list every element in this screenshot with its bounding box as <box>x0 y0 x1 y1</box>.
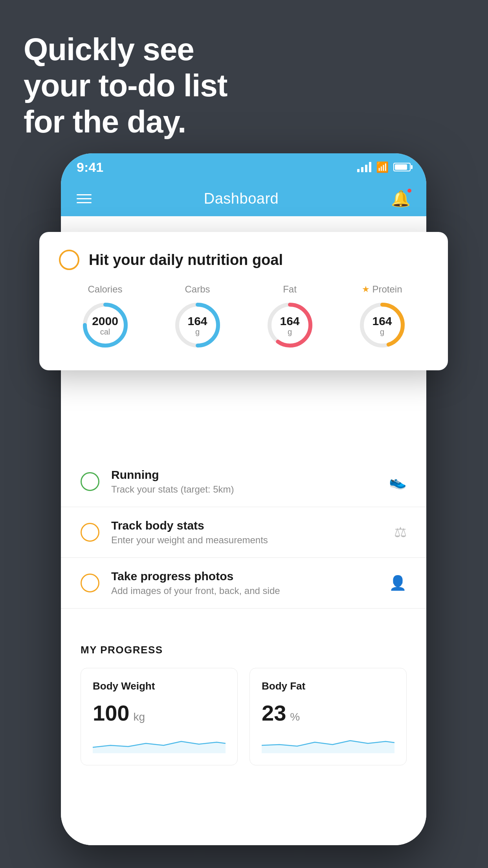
todo-check-running[interactable] <box>81 472 99 491</box>
todo-subtitle-body-stats: Enter your weight and measurements <box>111 535 382 546</box>
todo-check-body-stats[interactable] <box>81 523 99 542</box>
scale-icon: ⚖ <box>394 524 407 541</box>
calories-label: Calories <box>88 284 122 295</box>
todo-text-photos: Take progress photos Add images of your … <box>111 570 377 596</box>
wifi-icon: 📶 <box>376 161 389 173</box>
todo-check-photos[interactable] <box>81 574 99 592</box>
hero-text: Quickly see your to-do list for the day. <box>24 31 227 140</box>
fat-item: Fat 164 g <box>264 284 316 351</box>
notifications-button[interactable]: 🔔 <box>391 189 411 208</box>
body-fat-unit: % <box>290 711 300 723</box>
todo-item-body-stats[interactable]: Track body stats Enter your weight and m… <box>61 507 426 558</box>
nutrition-circles: Calories 2000 cal Carbs <box>59 284 428 351</box>
body-weight-card[interactable]: Body Weight 100 kg <box>81 668 238 765</box>
todo-item-running[interactable]: Running Track your stats (target: 5km) 👟 <box>61 456 426 507</box>
notification-dot <box>407 188 412 193</box>
app-title: Dashboard <box>204 190 279 207</box>
fat-label: Fat <box>283 284 297 295</box>
nutrition-card-title: Hit your daily nutrition goal <box>89 252 283 268</box>
protein-center: 164 g <box>372 314 392 336</box>
signal-icon <box>357 162 371 172</box>
body-fat-chart <box>262 734 394 753</box>
todo-subtitle-running: Track your stats (target: 5km) <box>111 484 377 495</box>
todo-item-photos[interactable]: Take progress photos Add images of your … <box>61 558 426 609</box>
body-fat-title: Body Fat <box>262 680 394 692</box>
body-fat-value: 23 <box>262 700 286 726</box>
todo-text-body-stats: Track body stats Enter your weight and m… <box>111 519 382 546</box>
body-weight-title: Body Weight <box>93 680 226 692</box>
nutrition-card: Hit your daily nutrition goal Calories 2… <box>39 232 448 370</box>
fat-center: 164 g <box>280 314 299 336</box>
protein-label: ★ Protein <box>362 284 402 295</box>
nutrition-card-header: Hit your daily nutrition goal <box>59 250 428 270</box>
star-icon: ★ <box>362 284 370 294</box>
todo-text-running: Running Track your stats (target: 5km) <box>111 468 377 495</box>
running-icon: 👟 <box>389 473 407 490</box>
todo-title-photos: Take progress photos <box>111 570 377 583</box>
calories-item: Calories 2000 cal <box>80 284 131 351</box>
status-bar: 9:41 📶 <box>61 153 426 181</box>
todo-title-body-stats: Track body stats <box>111 519 382 532</box>
calories-ring: 2000 cal <box>80 300 131 351</box>
carbs-center: 164 g <box>187 314 207 336</box>
status-icons: 📶 <box>357 161 411 173</box>
body-fat-value-row: 23 % <box>262 700 394 726</box>
carbs-item: Carbs 164 g <box>172 284 223 351</box>
todo-list: Running Track your stats (target: 5km) 👟… <box>61 456 426 609</box>
todo-title-running: Running <box>111 468 377 482</box>
protein-item: ★ Protein 164 g <box>357 284 408 351</box>
carbs-label: Carbs <box>185 284 210 295</box>
battery-icon <box>393 163 411 171</box>
body-weight-value: 100 <box>93 700 129 726</box>
progress-heading: MY PROGRESS <box>81 644 407 656</box>
body-weight-value-row: 100 kg <box>93 700 226 726</box>
body-weight-chart <box>93 734 226 753</box>
photo-icon: 👤 <box>389 575 407 591</box>
nutrition-check[interactable] <box>59 250 79 270</box>
protein-ring: 164 g <box>357 300 408 351</box>
progress-cards: Body Weight 100 kg Body Fat <box>81 668 407 765</box>
carbs-ring: 164 g <box>172 300 223 351</box>
calories-center: 2000 cal <box>92 314 118 336</box>
todo-subtitle-photos: Add images of your front, back, and side <box>111 585 377 596</box>
body-fat-card[interactable]: Body Fat 23 % <box>250 668 407 765</box>
app-header: Dashboard 🔔 <box>61 181 426 216</box>
status-time: 9:41 <box>77 160 103 175</box>
fat-ring: 164 g <box>264 300 316 351</box>
menu-button[interactable] <box>77 194 92 203</box>
progress-section: MY PROGRESS Body Weight 100 kg <box>61 624 426 765</box>
body-weight-unit: kg <box>133 711 145 723</box>
